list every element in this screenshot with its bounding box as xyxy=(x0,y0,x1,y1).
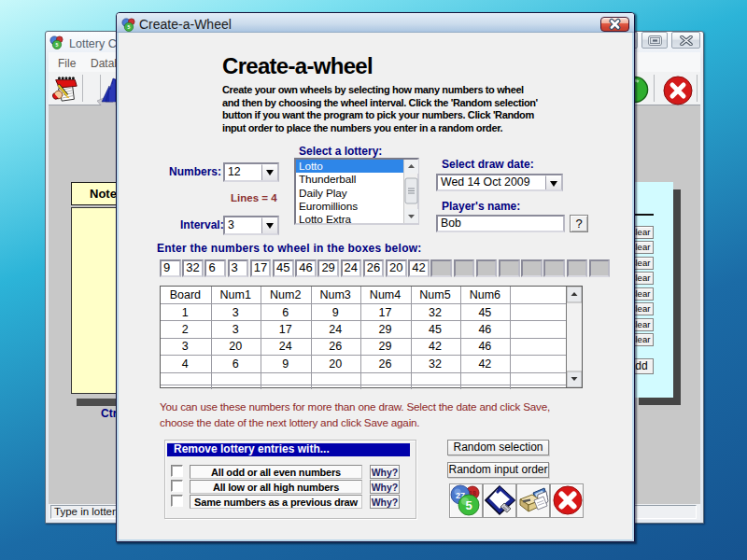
svg-text:5: 5 xyxy=(56,42,59,48)
svg-text:5: 5 xyxy=(128,24,131,30)
svg-text:5: 5 xyxy=(465,498,472,512)
